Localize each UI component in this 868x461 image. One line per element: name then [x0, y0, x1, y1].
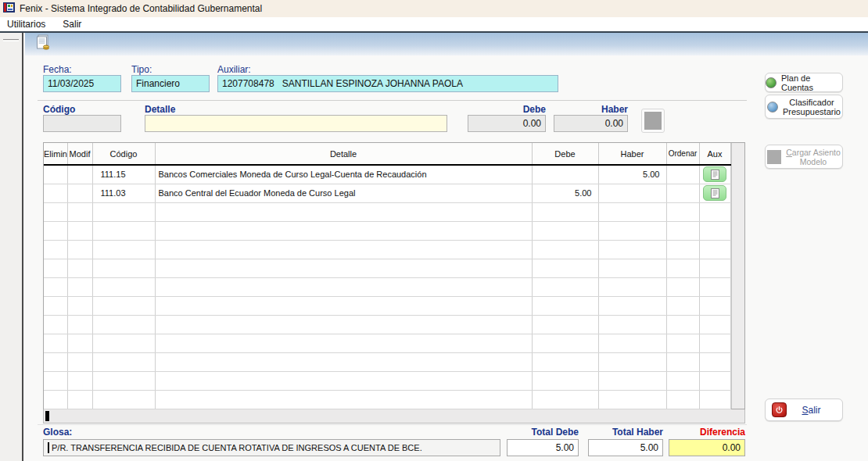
debe-label: Debe	[468, 104, 546, 115]
menu-utilitarios[interactable]: Utilitarios	[7, 19, 45, 30]
detalle-label: Detalle	[145, 104, 175, 115]
table-row-empty[interactable]	[44, 277, 730, 296]
menu-salir[interactable]: Salir	[63, 19, 81, 30]
glosa-text: P/R. TRANSFERENCIA RECIBIDA DE CUENTA RO…	[52, 443, 422, 452]
col-haber: Haber	[598, 143, 666, 165]
col-ordenar: Ordenar	[666, 143, 699, 165]
app-window: Fenix - Sistema Integrado de Contabilida…	[0, 0, 868, 461]
glosa-input[interactable]: P/R. TRANSFERENCIA RECIBIDA DE CUENTA RO…	[43, 439, 500, 456]
clasificador-label-line2: Presupuestario	[783, 107, 841, 116]
table-row-empty[interactable]	[44, 296, 730, 315]
diferencia-label: Diferencia	[669, 427, 745, 438]
cell-debe: 5.00	[532, 184, 598, 202]
cell-elimin[interactable]	[44, 165, 67, 184]
cell-aux	[699, 165, 730, 184]
codigo-label: Código	[43, 104, 75, 115]
salir-label: Salir	[787, 406, 836, 415]
cell-modif[interactable]	[67, 184, 92, 202]
titlebar: Fenix - Sistema Integrado de Contabilida…	[0, 0, 868, 17]
note-icon	[711, 170, 719, 180]
entries-grid: Elimin Modif Código Detalle Debe Haber O…	[43, 142, 745, 409]
table-row-empty[interactable]	[44, 259, 730, 277]
detalle-input[interactable]	[145, 115, 447, 132]
cargar-asiento-modelo-button[interactable]: Cargar Asiento Modelo	[765, 145, 843, 169]
fecha-input[interactable]: 11/03/2025	[43, 75, 121, 92]
left-panel-strip[interactable]	[0, 33, 23, 461]
window-title: Fenix - Sistema Integrado de Contabilida…	[20, 3, 262, 14]
menubar: Utilitarios Salir	[0, 17, 868, 31]
cell-codigo: 111.15	[92, 165, 155, 184]
salir-button[interactable]: Salir	[765, 398, 843, 421]
table-row-empty[interactable]	[44, 240, 730, 259]
auxiliar-input[interactable]: 1207708478 SANTILLAN ESPINOZA JOHANNA PA…	[217, 75, 558, 92]
grid-header-row: Elimin Modif Código Detalle Debe Haber O…	[44, 143, 730, 165]
table-row-empty[interactable]	[44, 390, 730, 409]
col-modif: Modif	[67, 143, 92, 165]
note-icon	[711, 188, 719, 198]
blue-sphere-icon	[767, 102, 778, 113]
cell-detalle: Bancos Comerciales Moneda de Curso Legal…	[155, 165, 532, 184]
cargar-label-line2: Modelo	[786, 157, 840, 166]
blank-icon	[644, 112, 662, 130]
table-row-empty[interactable]	[44, 352, 730, 371]
panel-grip-handle[interactable]	[3, 39, 19, 41]
gray-square-icon	[767, 150, 781, 164]
table-row-empty[interactable]	[44, 315, 730, 334]
aux-button[interactable]	[703, 166, 726, 182]
footer-divider	[38, 424, 747, 425]
cell-codigo: 111.03	[92, 184, 155, 202]
col-aux: Aux	[699, 143, 730, 165]
aux-button[interactable]	[703, 185, 726, 201]
journal-entry-icon[interactable]	[35, 34, 52, 54]
scrollbar-thumb[interactable]	[45, 411, 49, 421]
haber-label: Haber	[554, 104, 628, 115]
grid-vertical-scrollbar[interactable]	[731, 143, 745, 409]
table-row-empty[interactable]	[44, 334, 730, 352]
cell-elimin[interactable]	[44, 184, 67, 202]
entries-table: Elimin Modif Código Detalle Debe Haber O…	[44, 143, 731, 409]
cargar-label-line1: Cargar Asiento	[786, 148, 840, 157]
cell-modif[interactable]	[67, 165, 92, 184]
col-codigo: Código	[92, 143, 155, 165]
gray-square-button[interactable]	[641, 109, 665, 133]
diferencia-field: 0.00	[669, 439, 745, 456]
toolbar	[25, 33, 868, 55]
plan-de-cuentas-label: Plan de Cuentas	[781, 73, 842, 92]
glosa-label: Glosa:	[43, 427, 72, 438]
cell-haber	[598, 184, 666, 202]
table-row-empty[interactable]	[44, 371, 730, 390]
total-haber-field: 5.00	[588, 439, 663, 456]
total-haber-label: Total Haber	[588, 427, 663, 438]
col-detalle: Detalle	[155, 143, 532, 165]
power-icon	[772, 402, 787, 417]
table-row[interactable]: 111.15 Bancos Comerciales Moneda de Curs…	[44, 165, 730, 184]
col-elimin: Elimin	[44, 143, 67, 165]
col-debe: Debe	[532, 143, 598, 165]
table-row[interactable]: 111.03 Banco Central del Ecuador Moneda …	[44, 184, 730, 202]
total-debe-label: Total Debe	[507, 427, 579, 438]
total-debe-field: 5.00	[507, 439, 579, 456]
text-caret	[48, 442, 49, 453]
table-row-empty[interactable]	[44, 221, 730, 240]
cell-debe	[532, 165, 598, 184]
tipo-input[interactable]: Financiero	[131, 75, 210, 92]
tipo-label: Tipo:	[131, 64, 152, 75]
debe-input[interactable]: 0.00	[468, 115, 546, 132]
plan-de-cuentas-button[interactable]: Plan de Cuentas	[765, 73, 843, 92]
table-row-empty[interactable]	[44, 202, 730, 221]
green-sphere-icon	[766, 77, 777, 88]
haber-input[interactable]: 0.00	[554, 115, 628, 132]
clasificador-presupuestario-button[interactable]: Clasificador Presupuestario	[765, 95, 843, 119]
codigo-input[interactable]	[43, 115, 121, 132]
grid-horizontal-scrollbar[interactable]	[43, 409, 745, 423]
app-icon	[3, 2, 15, 16]
form-divider	[38, 100, 747, 101]
cell-ordenar[interactable]	[666, 165, 699, 184]
clasificador-label-line1: Clasificador	[783, 98, 841, 107]
cell-aux	[699, 184, 730, 202]
cell-haber: 5.00	[598, 165, 666, 184]
auxiliar-label: Auxiliar:	[217, 64, 251, 75]
cell-ordenar[interactable]	[666, 184, 699, 202]
cell-detalle: Banco Central del Ecuador Moneda de Curs…	[155, 184, 532, 202]
fecha-label: Fecha:	[43, 64, 72, 75]
